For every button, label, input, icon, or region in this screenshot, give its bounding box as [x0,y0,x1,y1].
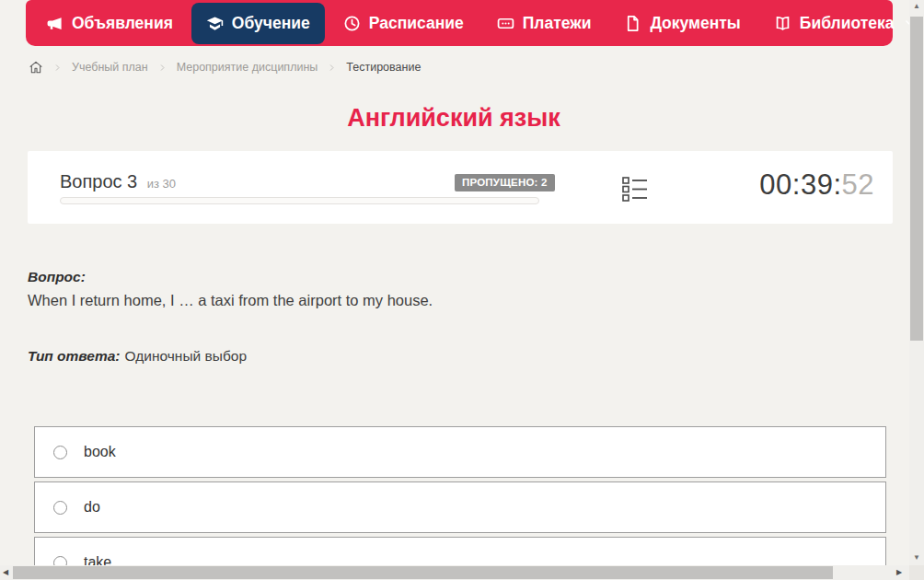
progress-bar [60,197,539,204]
skipped-badge: ПРОПУЩЕНО: 2 [455,174,555,191]
radio-button[interactable] [53,446,67,459]
vertical-scrollbar[interactable]: ▲ ▼ [909,0,924,565]
graduation-cap-icon [206,15,224,32]
chevron-right-icon [53,64,62,72]
top-navigation: Объявления Обучение Расписание Платежи Д… [26,0,893,46]
timer-hours-minutes: 00:39: [759,168,841,201]
megaphone-icon [46,15,64,32]
nav-item-label: Обучение [232,14,310,33]
nav-item-label: Документы [650,14,740,33]
breadcrumb-item-testing: Тестирование [346,61,421,74]
answer-type-value: Одиночный выбор [125,348,248,364]
answer-options: book do take [34,426,886,580]
scrollbar-corner [909,565,924,580]
scroll-up-arrow[interactable]: ▲ [909,2,924,10]
question-card: Вопрос 3 из 30 ПРОПУЩЕНО: 2 00:39:52 [28,151,893,224]
question-total: из 30 [147,177,176,191]
answer-option-label: do [84,499,100,516]
nav-item-library[interactable]: Библиотека [759,3,924,44]
question-prompt-label: Вопрос: [28,269,86,285]
nav-item-documents[interactable]: Документы [609,3,755,44]
answer-option-do[interactable]: do [34,481,886,533]
scroll-down-arrow[interactable]: ▼ [909,553,924,562]
scroll-left-arrow[interactable]: ◀ [3,565,8,580]
answer-option-book[interactable]: book [34,426,886,478]
nav-item-label: Платежи [523,14,592,33]
timer: 00:39:52 [759,168,874,202]
chevron-right-icon [328,64,336,72]
nav-item-payments[interactable]: Платежи [482,3,606,44]
answer-option-label: book [84,444,116,460]
nav-item-education[interactable]: Обучение [191,3,325,44]
home-icon[interactable] [29,60,43,75]
nav-item-label: Объявления [72,14,173,33]
nav-item-schedule[interactable]: Расписание [329,3,479,44]
breadcrumb-item-discipline-event[interactable]: Мероприятие дисциплины [177,61,318,74]
question-number: Вопрос 3 [60,171,137,191]
clock-icon [343,15,361,32]
answer-type-line: Тип ответа:Одиночный выбор [28,348,247,365]
horizontal-scrollbar[interactable]: ◀ ▶ [0,565,909,580]
answer-type-label: Тип ответа: [28,348,121,364]
document-icon [624,15,641,32]
question-counter: Вопрос 3 из 30 [60,171,176,192]
scroll-right-arrow[interactable]: ▶ [896,565,902,580]
vertical-scrollbar-thumb[interactable] [910,17,923,341]
chevron-right-icon [158,64,167,72]
nav-item-label: Библиотека [800,14,895,33]
payment-card-icon [497,15,514,32]
nav-item-announcements[interactable]: Объявления [31,3,188,44]
breadcrumb: Учебный план Мероприятие дисциплины Тест… [29,58,421,76]
breadcrumb-item-curriculum[interactable]: Учебный план [72,61,148,74]
horizontal-scrollbar-thumb[interactable] [13,566,833,579]
page-title: Английский язык [0,104,907,133]
open-book-icon [774,15,791,32]
radio-button[interactable] [53,501,67,515]
question-list-icon[interactable] [621,175,649,203]
screen: Объявления Обучение Расписание Платежи Д… [0,0,924,580]
question-text: When I return home, I … a taxi from the … [28,292,433,309]
nav-item-label: Расписание [369,14,464,33]
timer-seconds: 52 [842,168,874,201]
